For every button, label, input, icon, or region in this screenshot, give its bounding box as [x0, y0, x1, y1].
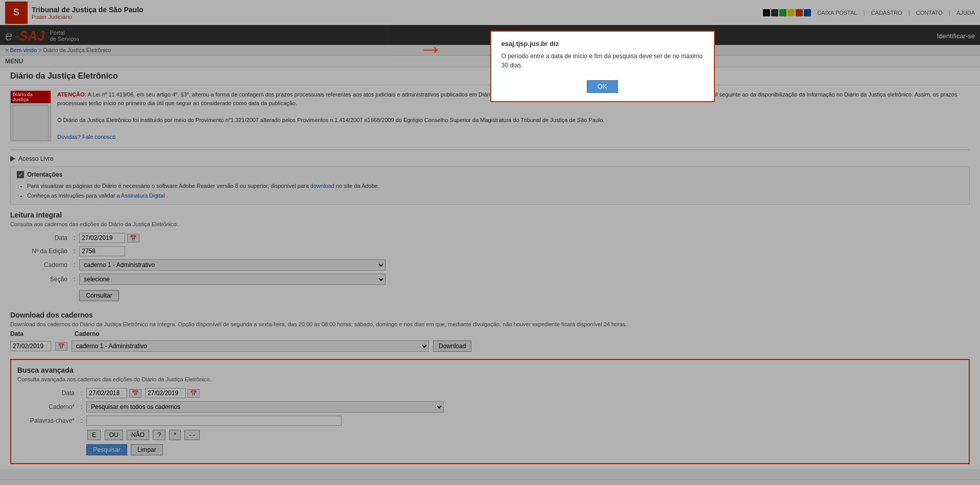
dialog-title: esaj.tjsp.jus.br diz [501, 40, 704, 47]
arrow-decoration: → [419, 35, 443, 63]
dialog-overlay: → esaj.tjsp.jus.br diz O período entre a… [0, 0, 980, 485]
dialog-box: esaj.tjsp.jus.br diz O período entre a d… [490, 31, 715, 102]
dialog-message: O período entre a data de início e fim d… [501, 52, 704, 70]
dialog-ok-button[interactable]: OK [587, 80, 618, 93]
